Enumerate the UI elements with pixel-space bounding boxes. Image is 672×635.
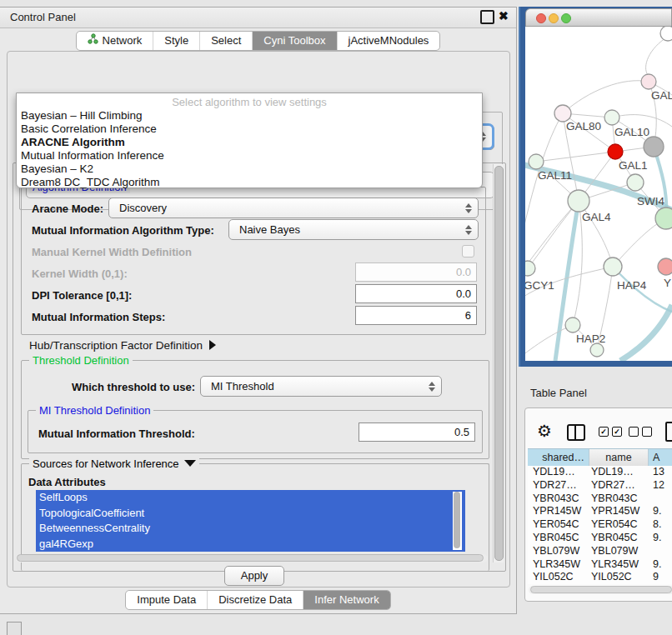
network-edge-highlighted[interactable] — [620, 305, 672, 361]
table-cell: YPR145W — [589, 505, 649, 518]
network-edge[interactable] — [612, 115, 672, 127]
column-header-3[interactable]: A — [649, 449, 672, 467]
settings-horizontal-scrollbar[interactable] — [16, 554, 488, 562]
mi-steps-field[interactable]: 6 — [355, 306, 477, 325]
scrollbar-thumb[interactable] — [494, 166, 504, 561]
tab-cyni-toolbox[interactable]: Cyni Toolbox — [253, 32, 337, 50]
table-row[interactable]: YBR045CYBR045C9. — [528, 532, 672, 545]
network-node-gal1[interactable] — [608, 144, 623, 159]
mi-threshold-title: MI Threshold Definition — [36, 404, 153, 417]
dropdown-item[interactable]: Mutual Information Inference — [17, 149, 482, 162]
network-node-gal[interactable] — [641, 74, 656, 89]
document-icon[interactable] — [665, 422, 672, 442]
tab-discretize-data[interactable]: Discretize Data — [208, 591, 303, 609]
network-node-y[interactable] — [658, 258, 672, 275]
sources-title[interactable]: Sources for Network Inference — [29, 458, 199, 470]
network-node[interactable] — [655, 208, 672, 229]
checked-pair-icon[interactable]: ✓✓ — [599, 427, 622, 437]
apply-button[interactable]: Apply — [224, 566, 284, 586]
table-cell: 9 — [649, 571, 672, 584]
split-columns-icon[interactable] — [567, 424, 585, 441]
algorithm-dropdown-list: Select algorithm to view settings Bayesi… — [16, 92, 483, 188]
network-node[interactable] — [590, 343, 604, 357]
table-row[interactable]: YER054CYER054C8. — [528, 518, 672, 532]
kernel-width-field[interactable]: 0.0 — [355, 262, 477, 282]
table-row[interactable]: YLR345WYLR345W9. — [528, 558, 672, 572]
network-edge[interactable] — [563, 81, 649, 113]
network-edge[interactable] — [525, 113, 563, 250]
dropdown-item[interactable]: Basic Correlation Inference — [17, 122, 482, 136]
collapse-arrow-icon[interactable] — [184, 460, 196, 467]
collapsed-panel-button[interactable] — [7, 622, 22, 635]
list-vertical-scrollbar[interactable] — [453, 492, 462, 550]
network-node-hap4[interactable] — [604, 258, 622, 276]
table-horizontal-scrollbar[interactable] — [529, 586, 672, 594]
dpi-tolerance-field[interactable]: 0.0 — [355, 284, 477, 303]
network-edge[interactable] — [525, 325, 573, 358]
tab-network[interactable]: Network — [77, 32, 154, 50]
table-row[interactable]: YDL19…YDL19…13 — [528, 466, 672, 479]
attribute-list-item[interactable]: SelfLoops — [36, 490, 465, 506]
mi-threshold-field[interactable]: 0.5 — [359, 422, 475, 442]
mi-type-value: Naive Bayes — [239, 223, 300, 236]
column-header-2[interactable]: name — [589, 449, 649, 467]
table-row[interactable]: YIL052CYIL052C9 — [528, 571, 672, 584]
table-cell: 9. — [649, 532, 672, 545]
table-row[interactable]: YBR043CYBR043C — [528, 492, 672, 506]
algorithm-definition-group: Algorithm Definition Aracne Mode: Discov… — [21, 187, 486, 335]
attribute-list-item[interactable]: TopologicalCoefficient — [36, 506, 465, 522]
table-cell — [649, 545, 672, 558]
network-canvas[interactable]: GALGAL80GAL10GAL1GAL11GAL4SWI4GCY1HAP4YH… — [525, 27, 672, 361]
checkbox-checked-icon: ✓ — [599, 427, 609, 437]
network-node[interactable] — [660, 27, 672, 41]
network-node-gal80[interactable] — [554, 105, 571, 122]
gear-icon[interactable]: ⚙ — [537, 422, 552, 439]
network-node-gal4[interactable] — [568, 190, 589, 212]
unchecked-pair-icon[interactable] — [629, 427, 652, 437]
tab-jactivemnodules[interactable]: jActiveMNodules — [338, 32, 440, 50]
scrollbar-thumb[interactable] — [17, 554, 484, 562]
dropdown-item[interactable]: Bayesian – Hill Climbing — [17, 109, 482, 122]
network-edge[interactable] — [646, 37, 668, 75]
network-node-label: GAL11 — [538, 169, 572, 182]
network-node[interactable] — [644, 137, 664, 157]
tab-infer-network[interactable]: Infer Network — [303, 591, 389, 609]
table-row[interactable]: YDR27…YDR27…12 — [528, 479, 672, 492]
network-node-swi4[interactable] — [627, 174, 644, 191]
dropdown-item[interactable]: Bayesian – K2 — [17, 162, 482, 176]
network-node-gal10[interactable] — [604, 110, 619, 125]
aracne-mode-label: Aracne Mode: — [32, 202, 103, 215]
dropdown-item[interactable]: ARACNE Algorithm — [17, 136, 482, 149]
control-panel-titlebar: Control Panel ✖ — [0, 8, 516, 28]
settings-vertical-scrollbar[interactable] — [493, 164, 504, 562]
tab-select[interactable]: Select — [200, 32, 253, 50]
dropdown-item[interactable]: Dream8 DC_TDC Algorithm — [17, 176, 482, 189]
table-row[interactable]: YBL079WYBL079W — [528, 545, 672, 558]
which-threshold-combo[interactable]: MI Threshold — [200, 376, 442, 397]
column-header-1[interactable]: shared… — [528, 449, 589, 467]
close-traffic-light-icon[interactable] — [536, 13, 546, 23]
data-attributes-list[interactable]: SelfLoopsTopologicalCoefficientBetweenne… — [36, 490, 465, 552]
network-node-gal11[interactable] — [529, 154, 544, 169]
close-window-icon[interactable]: ✖ — [499, 9, 509, 22]
attribute-list-item[interactable]: BetweennessCentrality — [36, 521, 465, 537]
hub-definition-section[interactable]: Hub/Transcription Factor Definition — [29, 339, 216, 352]
zoom-traffic-light-icon[interactable] — [561, 13, 571, 23]
manual-kernel-checkbox[interactable] — [462, 245, 474, 258]
tab-style[interactable]: Style — [153, 32, 200, 50]
scrollbar-thumb[interactable] — [454, 492, 460, 548]
network-node-hap2[interactable] — [565, 318, 580, 332]
minimize-traffic-light-icon[interactable] — [549, 13, 559, 23]
table-row[interactable]: YPR145WYPR145W9. — [528, 505, 672, 518]
mi-algorithm-type-combo[interactable]: Naive Bayes — [228, 219, 479, 240]
tab-impute-data[interactable]: Impute Data — [126, 591, 208, 609]
table-cell: YIL052C — [528, 571, 589, 584]
scrollbar-thumb[interactable] — [530, 586, 672, 593]
float-window-icon[interactable] — [480, 10, 494, 24]
table-cell: 9. — [649, 505, 672, 518]
expand-arrow-icon[interactable] — [209, 340, 216, 350]
network-node-gcy1[interactable] — [525, 261, 535, 276]
attribute-list-item[interactable]: gal4RGexp — [36, 537, 465, 552]
aracne-mode-combo[interactable]: Discovery — [108, 198, 479, 218]
network-edge[interactable] — [536, 152, 615, 162]
